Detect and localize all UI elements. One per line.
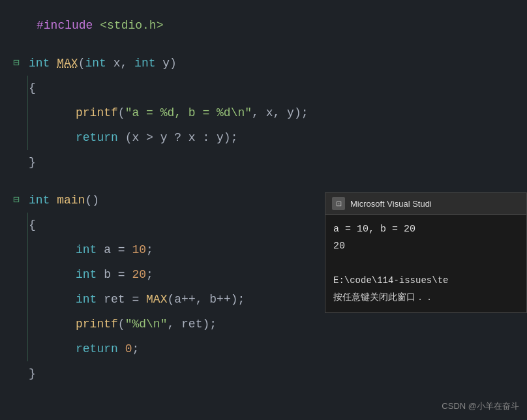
semi-3: ;	[132, 337, 139, 361]
terminal-output-2: 20	[333, 238, 519, 255]
main-parens: ()	[85, 188, 99, 213]
include-lib: <stdio.h>	[100, 13, 163, 38]
include-keyword: #include	[37, 13, 93, 38]
fn-printf-1: printf	[76, 100, 118, 125]
kw-int-x: int	[85, 51, 106, 76]
kw-int-a: int	[76, 237, 97, 262]
code-line-5: printf ( "a = %d, b = %d\n" , x, y);	[13, 100, 514, 125]
fn-main-name: main	[57, 188, 85, 213]
punct-2: (	[118, 100, 125, 125]
assign-b: =	[118, 262, 125, 287]
fn-printf-2: printf	[76, 312, 118, 337]
code-line-16: }	[13, 361, 514, 386]
watermark: CSDN @小羊在奋斗	[442, 400, 519, 412]
max-call-parens: (	[167, 287, 174, 312]
fn-max-call: MAX	[146, 287, 167, 312]
arg-a-pp: a++, b++);	[174, 287, 245, 312]
code-line-3: ⊟ int MAX ( int x, int y)	[13, 51, 514, 76]
param-y: y)	[162, 51, 177, 76]
kw-return-1: return	[76, 125, 118, 150]
val-10: 10	[132, 237, 146, 262]
terminal-output-1: a = 10, b = 20	[333, 221, 519, 238]
semi-1: ;	[146, 237, 153, 262]
var-b: b	[104, 262, 111, 287]
var-a: a	[104, 237, 111, 262]
param-x: x,	[113, 51, 128, 76]
punct-4: (	[118, 312, 125, 337]
printf-args-2: ret);	[181, 312, 217, 337]
kw-int-max: int	[29, 51, 50, 76]
open-brace-main: {	[29, 213, 36, 237]
terminal-path: E:\code\114-issues\te	[333, 272, 519, 289]
terminal-blank	[333, 255, 519, 272]
var-ret: ret	[104, 287, 125, 312]
terminal-app-icon: ⊡	[332, 197, 345, 210]
terminal-titlebar: ⊡ Microsoft Visual Studi	[325, 193, 526, 215]
printf-args-1: x, y);	[266, 100, 309, 125]
return-expr-1: (x > y ? x : y);	[125, 125, 238, 150]
code-line-15: return 0 ;	[13, 337, 514, 361]
kw-int-b: int	[76, 262, 97, 287]
terminal-icon-label: ⊡	[336, 200, 342, 208]
code-line-1: #include <stdio.h>	[13, 13, 514, 38]
kw-int-main: int	[29, 188, 50, 213]
code-line-7: }	[13, 150, 514, 175]
punct-1: (	[78, 51, 85, 76]
terminal-body: a = 10, b = 20 20 E:\code\114-issues\te …	[325, 215, 526, 312]
watermark-text: CSDN @小羊在奋斗	[442, 401, 519, 411]
close-brace-main: }	[29, 361, 36, 386]
val-20: 20	[132, 262, 146, 287]
string-format-1: "a = %d, b = %d\n"	[125, 100, 252, 125]
terminal-title: Microsoft Visual Studi	[350, 199, 432, 209]
val-0: 0	[125, 337, 132, 361]
code-line-4: {	[13, 76, 514, 100]
kw-int-y: int	[134, 51, 155, 76]
code-editor: #include <stdio.h> ⊟ int MAX ( int x, in…	[0, 0, 527, 420]
string-format-2: "%d\n"	[125, 312, 168, 337]
punct-5: ,	[167, 312, 181, 337]
semi-2: ;	[146, 262, 153, 287]
terminal-hint: 按任意键关闭此窗口．．	[333, 289, 519, 306]
assign-ret: =	[132, 287, 139, 312]
fold-icon[interactable]: ⊟	[13, 51, 23, 76]
punct-3: ,	[252, 100, 266, 125]
close-brace-max: }	[29, 150, 36, 175]
terminal-popup: ⊡ Microsoft Visual Studi a = 10, b = 20 …	[325, 192, 527, 313]
fn-max-name: MAX	[57, 51, 78, 76]
open-brace-max: {	[29, 76, 36, 100]
assign-a: =	[118, 237, 125, 262]
code-line-14: printf ( "%d\n" , ret);	[13, 312, 514, 337]
code-line-6: return (x > y ? x : y);	[13, 125, 514, 150]
fold-icon-main[interactable]: ⊟	[13, 188, 23, 213]
kw-return-2: return	[76, 337, 118, 361]
kw-int-ret: int	[76, 287, 97, 312]
